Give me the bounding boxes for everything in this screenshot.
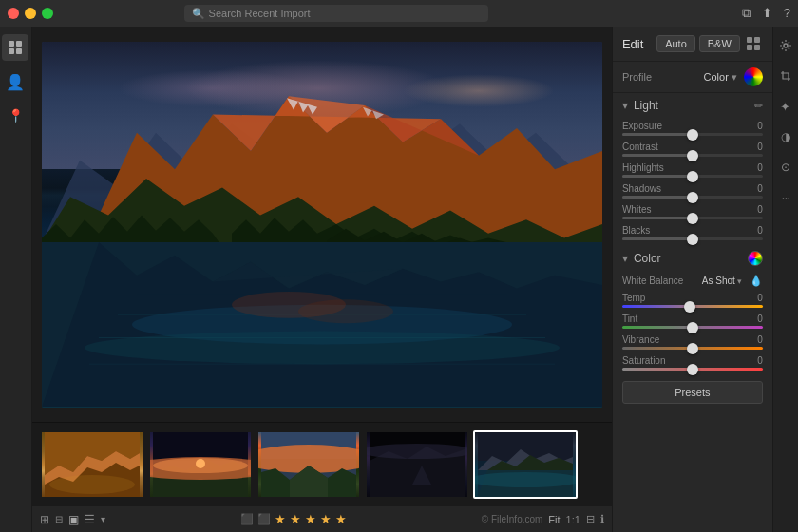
blacks-value: 0 xyxy=(757,225,763,236)
close-button[interactable] xyxy=(8,8,19,19)
grid-view-icon[interactable]: ⊞ xyxy=(40,513,49,526)
profile-color-wheel xyxy=(744,67,763,86)
contrast-slider-row: Contrast 0 xyxy=(613,139,772,160)
bottom-center: ⬛ ⬛ ★ ★ ★ ★ ★ xyxy=(240,512,347,526)
wb-chevron: ▾ xyxy=(737,276,742,286)
svg-rect-3 xyxy=(16,48,22,54)
bottom-bar: ⊞ ⊟ ▣ ☰ ▾ ⬛ ⬛ ★ ★ ★ ★ ★ © FileInfo.com F… xyxy=(32,505,612,532)
exposure-slider-row: Exposure 0 xyxy=(613,118,772,139)
vibrance-track[interactable] xyxy=(622,347,763,350)
presets-button[interactable]: Presets xyxy=(622,381,763,404)
filmstrip-thumb-1[interactable] xyxy=(40,430,144,499)
far-right-panel: ✦ ◑ ⊙ ··· xyxy=(772,27,798,532)
thumb-golden xyxy=(42,432,142,497)
center-content: ⊞ ⊟ ▣ ☰ ▾ ⬛ ⬛ ★ ★ ★ ★ ★ © FileInfo.com F… xyxy=(32,27,612,532)
heal-icon[interactable]: ✦ xyxy=(774,95,797,118)
settings-icon[interactable] xyxy=(774,34,797,57)
filter-icon[interactable]: ⧉ xyxy=(742,6,750,21)
light-pencil-icon[interactable]: ✏ xyxy=(754,100,763,112)
svg-rect-0 xyxy=(9,41,14,47)
wb-value[interactable]: As Shot ▾ xyxy=(702,276,742,286)
left-sidebar: 👤 📍 xyxy=(0,27,32,532)
bottom-right: © FileInfo.com Fit 1:1 ⊟ ℹ xyxy=(482,513,604,525)
tint-track[interactable] xyxy=(622,326,763,329)
color-wheel-icon xyxy=(748,251,763,266)
star-4[interactable]: ★ xyxy=(320,512,332,526)
sidebar-icon-photos[interactable] xyxy=(2,34,28,61)
tint-label: Tint xyxy=(622,314,637,324)
compare-icon[interactable]: ⊟ xyxy=(586,513,595,525)
star-1[interactable]: ★ xyxy=(275,512,286,526)
exposure-track[interactable] xyxy=(622,133,763,136)
grid-small-icon[interactable]: ⊟ xyxy=(55,514,63,524)
filmstrip-thumb-2[interactable] xyxy=(148,430,253,499)
temp-label: Temp xyxy=(622,293,645,303)
highlights-value: 0 xyxy=(757,162,763,173)
star-5[interactable]: ★ xyxy=(335,512,347,526)
shadows-track[interactable] xyxy=(622,196,763,199)
filmstrip-thumb-5[interactable] xyxy=(473,430,578,499)
search-bar[interactable]: 🔍 Search Recent Import xyxy=(184,5,488,22)
next-icon[interactable]: ⬛ xyxy=(257,513,271,525)
fit-label[interactable]: Fit xyxy=(548,514,560,525)
thumb-dark xyxy=(367,432,467,497)
temp-track[interactable] xyxy=(622,305,763,308)
bw-button[interactable]: B&W xyxy=(699,35,740,52)
svg-point-29 xyxy=(49,475,135,494)
ratio-label[interactable]: 1:1 xyxy=(566,514,580,525)
svg-point-43 xyxy=(367,444,467,459)
svg-rect-52 xyxy=(754,37,760,43)
contrast-label: Contrast xyxy=(622,142,658,152)
saturation-label: Saturation xyxy=(622,355,666,366)
saturation-track[interactable] xyxy=(622,368,763,370)
photo-container xyxy=(42,42,602,408)
traffic-lights xyxy=(8,8,53,19)
vibrance-value: 0 xyxy=(757,334,763,345)
crop-icon[interactable] xyxy=(774,65,797,87)
tint-slider-row: Tint 0 xyxy=(613,311,772,332)
help-icon[interactable]: ? xyxy=(784,6,790,21)
copyright: © FileInfo.com xyxy=(482,514,543,524)
fullscreen-button[interactable] xyxy=(42,8,53,19)
auto-button[interactable]: Auto xyxy=(656,35,695,52)
highlights-track[interactable] xyxy=(622,175,763,178)
blacks-track[interactable] xyxy=(622,238,763,240)
exposure-value: 0 xyxy=(757,121,763,131)
titlebar-icons: ⧉ ⬆ ? xyxy=(742,6,790,21)
photo-area[interactable] xyxy=(32,27,612,422)
dropper-icon[interactable]: 💧 xyxy=(750,275,763,287)
redeye-icon[interactable]: ⊙ xyxy=(774,156,797,179)
list-view-icon[interactable]: ☰ xyxy=(85,513,95,526)
filmstrip-thumb-4[interactable] xyxy=(365,430,469,499)
color-section-header[interactable]: ▾ Color xyxy=(613,245,772,272)
svg-point-35 xyxy=(196,459,205,468)
lake xyxy=(42,242,602,407)
more-icon[interactable]: ··· xyxy=(774,186,797,209)
svg-rect-1 xyxy=(16,41,22,47)
star-2[interactable]: ★ xyxy=(290,512,301,526)
profile-row: Profile Color ▾ xyxy=(613,62,772,93)
share-icon[interactable]: ⬆ xyxy=(762,6,772,21)
highlights-label: Highlights xyxy=(622,162,664,173)
star-3[interactable]: ★ xyxy=(305,512,316,526)
square-view-icon[interactable]: ▣ xyxy=(68,513,79,526)
minimize-button[interactable] xyxy=(25,8,36,19)
grid-view-button[interactable] xyxy=(744,34,763,53)
profile-chevron: ▾ xyxy=(732,71,737,84)
filmstrip-thumb-3[interactable] xyxy=(256,430,361,499)
vibrance-slider-row: Vibrance 0 xyxy=(613,332,772,352)
contrast-track[interactable] xyxy=(622,154,763,157)
sort-chevron[interactable]: ▾ xyxy=(101,514,105,524)
info-icon[interactable]: ℹ xyxy=(600,513,604,525)
sidebar-icon-people[interactable]: 👤 xyxy=(2,68,28,95)
prev-icon[interactable]: ⬛ xyxy=(240,513,254,525)
sidebar-icon-location[interactable]: 📍 xyxy=(2,103,28,129)
mask-icon[interactable]: ◑ xyxy=(774,125,797,148)
wb-value-text: As Shot xyxy=(702,276,735,286)
shadows-value: 0 xyxy=(757,183,763,194)
light-section-header[interactable]: ▾ Light ✏ xyxy=(613,93,772,118)
whites-label: Whites xyxy=(622,204,652,215)
whites-track[interactable] xyxy=(622,217,763,219)
profile-value[interactable]: Color ▾ xyxy=(704,67,763,86)
svg-rect-51 xyxy=(747,37,752,43)
